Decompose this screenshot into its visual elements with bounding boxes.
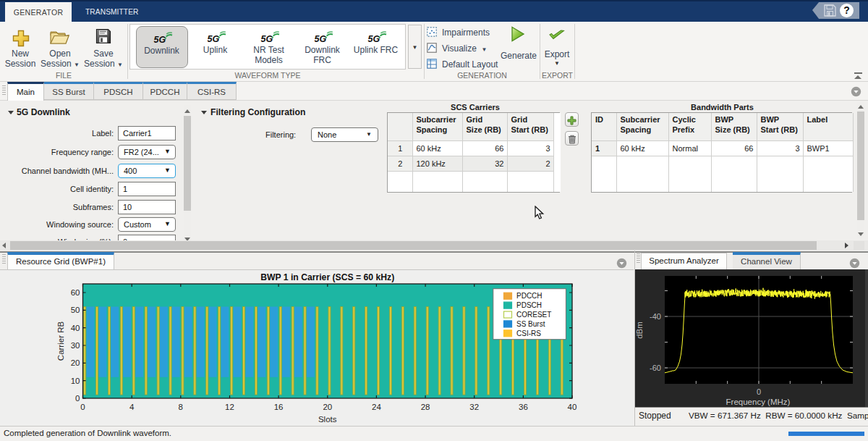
svg-text:5G: 5G — [314, 34, 326, 44]
svg-text:SS Burst: SS Burst — [516, 320, 545, 328]
svg-text:Slots: Slots — [318, 415, 337, 424]
svg-text:CORESET: CORESET — [516, 311, 551, 319]
svg-text:BWP 1 in Carrier (SCS = 60 kHz: BWP 1 in Carrier (SCS = 60 kHz) — [260, 272, 394, 282]
svg-text:12: 12 — [225, 403, 234, 411]
svg-text:4: 4 — [129, 403, 135, 411]
svg-text:Frequency (MHz): Frequency (MHz) — [726, 398, 791, 406]
svg-text:5G: 5G — [260, 34, 273, 44]
svg-text:40: 40 — [71, 324, 80, 332]
svg-text:Carrier RB: Carrier RB — [56, 322, 65, 361]
svg-text:16: 16 — [274, 403, 284, 411]
svg-text:24: 24 — [372, 403, 381, 411]
svg-text:0: 0 — [80, 403, 85, 411]
svg-text:20: 20 — [71, 358, 80, 367]
svg-text:50: 50 — [71, 306, 80, 314]
svg-text:10: 10 — [71, 377, 80, 385]
svg-text:5G: 5G — [207, 34, 219, 44]
svg-text:CSI-RS: CSI-RS — [516, 329, 541, 337]
svg-text:36: 36 — [519, 403, 528, 411]
svg-text:0: 0 — [757, 387, 761, 396]
svg-text:40: 40 — [568, 403, 577, 411]
svg-text:-60: -60 — [650, 364, 661, 372]
svg-text:60: 60 — [71, 288, 80, 297]
svg-text:8: 8 — [179, 403, 183, 411]
svg-text:5G: 5G — [153, 35, 166, 45]
svg-text:dBm: dBm — [635, 322, 644, 339]
svg-text:32: 32 — [469, 403, 479, 411]
svg-text:5G: 5G — [367, 34, 380, 44]
svg-text:20: 20 — [323, 403, 332, 411]
svg-text:PDCCH: PDCCH — [516, 292, 542, 300]
svg-text:28: 28 — [421, 403, 430, 411]
svg-text:PDSCH: PDSCH — [516, 301, 542, 309]
svg-text:-40: -40 — [650, 312, 661, 321]
svg-text:0: 0 — [75, 394, 80, 403]
svg-text:30: 30 — [71, 341, 80, 350]
